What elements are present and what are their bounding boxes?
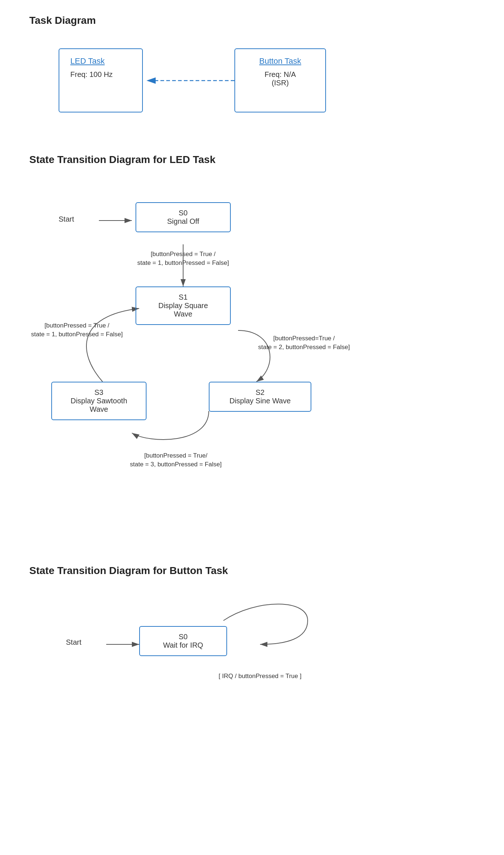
s1-s2-label: [buttonPressed=True /state = 2, buttonPr… xyxy=(249,334,359,352)
button-s0-label: Wait for IRQ xyxy=(147,641,219,649)
s2-label: Display Sine Wave xyxy=(217,397,303,405)
button-state-title: State Transition Diagram for Button Task xyxy=(29,565,475,577)
button-start-label: Start xyxy=(66,638,81,647)
s0-label: Signal Off xyxy=(144,217,223,226)
button-s0-name: S0 xyxy=(147,633,219,641)
s3-label: Display SawtoothWave xyxy=(59,397,138,414)
led-task-box: LED Task Freq: 100 Hz xyxy=(59,48,143,112)
s2-box: S2 Display Sine Wave xyxy=(209,382,311,412)
s0-name: S0 xyxy=(144,209,223,217)
button-s0-box: S0 Wait for IRQ xyxy=(139,626,227,656)
button-arrows-svg xyxy=(29,588,359,734)
s1-box: S1 Display SquareWave xyxy=(136,286,231,325)
led-task-title: LED Task xyxy=(70,56,131,66)
s0-box: S0 Signal Off xyxy=(136,202,231,232)
s3-box: S3 Display SawtoothWave xyxy=(51,382,147,420)
s0-s1-label: [buttonPressed = True /state = 1, button… xyxy=(125,250,242,267)
task-diagram-title: Task Diagram xyxy=(29,15,475,26)
button-state-section: State Transition Diagram for Button Task… xyxy=(29,565,475,734)
led-state-title: State Transition Diagram for LED Task xyxy=(29,154,475,166)
task-diagram: Task Diagram LED Task Freq: 100 Hz Butto… xyxy=(29,15,475,132)
led-task-freq: Freq: 100 Hz xyxy=(70,70,131,79)
s3-name: S3 xyxy=(59,388,138,397)
s3-s1-label: [buttonPressed = True /state = 1, button… xyxy=(29,321,125,339)
button-task-freq: Freq: N/A (ISR) xyxy=(246,70,314,87)
s1-name: S1 xyxy=(144,293,223,301)
s2-name: S2 xyxy=(217,388,303,397)
s1-label: Display SquareWave xyxy=(144,301,223,318)
led-start-label: Start xyxy=(59,215,74,223)
led-state-section: State Transition Diagram for LED Task xyxy=(29,154,475,536)
button-task-title: Button Task xyxy=(246,56,314,66)
s2-s3-label: [buttonPressed = True/state = 3, buttonP… xyxy=(114,451,238,469)
button-task-box: Button Task Freq: N/A (ISR) xyxy=(234,48,326,112)
button-loop-label: [ IRQ / buttonPressed = True ] xyxy=(187,672,333,681)
